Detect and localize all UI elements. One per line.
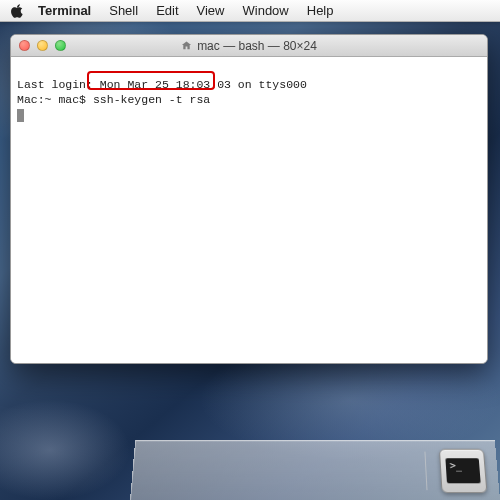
menubar-app-name[interactable]: Terminal xyxy=(38,3,91,18)
window-titlebar[interactable]: mac — bash — 80×24 xyxy=(11,35,487,57)
terminal-prompt-line: Mac:~ mac$ ssh-keygen -t rsa xyxy=(17,92,481,108)
terminal-body[interactable]: Last login: Mon Mar 25 18:03:03 on ttys0… xyxy=(11,57,487,363)
dock-surface: >_ xyxy=(130,440,500,500)
terminal-prompt: Mac:~ mac$ xyxy=(17,93,93,106)
apple-logo-icon[interactable] xyxy=(10,4,24,18)
menubar-item-shell[interactable]: Shell xyxy=(109,3,138,18)
zoom-button[interactable] xyxy=(55,40,66,51)
terminal-command: ssh-keygen -t rsa xyxy=(93,93,210,106)
traffic-lights xyxy=(19,40,66,51)
window-title-text: mac — bash — 80×24 xyxy=(197,39,317,53)
menubar-item-help[interactable]: Help xyxy=(307,3,334,18)
close-button[interactable] xyxy=(19,40,30,51)
menubar-item-view[interactable]: View xyxy=(197,3,225,18)
terminal-icon: >_ xyxy=(445,458,480,483)
terminal-window[interactable]: mac — bash — 80×24 Last login: Mon Mar 2… xyxy=(10,34,488,364)
dock-icon-terminal[interactable]: >_ xyxy=(439,448,487,492)
menubar-item-edit[interactable]: Edit xyxy=(156,3,178,18)
terminal-icon-glyph: >_ xyxy=(449,460,462,471)
home-icon xyxy=(181,40,192,51)
dock: >_ xyxy=(130,428,500,500)
terminal-last-login: Last login: Mon Mar 25 18:03:03 on ttys0… xyxy=(17,77,481,93)
window-title: mac — bash — 80×24 xyxy=(11,39,487,53)
minimize-button[interactable] xyxy=(37,40,48,51)
dock-divider xyxy=(424,451,427,490)
menubar-item-window[interactable]: Window xyxy=(243,3,289,18)
terminal-cursor xyxy=(17,109,24,122)
menubar: Terminal Shell Edit View Window Help xyxy=(0,0,500,22)
